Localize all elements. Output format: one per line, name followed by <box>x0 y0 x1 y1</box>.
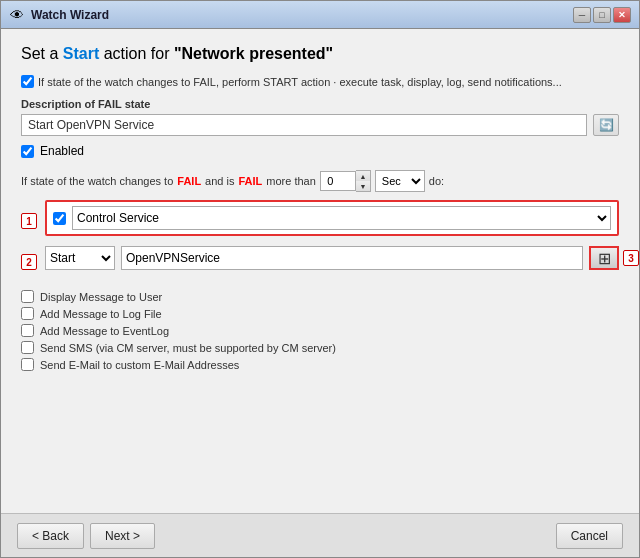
close-button[interactable]: ✕ <box>613 7 631 23</box>
footer-left-buttons: < Back Next > <box>17 523 155 549</box>
option-row-2: Add Message to EventLog <box>21 324 619 337</box>
fail-state-input[interactable] <box>21 114 587 136</box>
back-button[interactable]: < Back <box>17 523 84 549</box>
control-service-section: 1 Control Service Execute Task Display M… <box>21 200 619 242</box>
title-start: Start <box>63 45 99 62</box>
option-row-3: Send SMS (via CM server, must be support… <box>21 341 619 354</box>
next-button[interactable]: Next > <box>90 523 155 549</box>
page-title: Set a Start action for "Network presente… <box>21 45 619 63</box>
fail-condition-row: If state of the watch changes to FAIL an… <box>21 170 619 192</box>
title-bar: 👁 Watch Wizard ─ □ ✕ <box>1 1 639 29</box>
option-label-3: Send SMS (via CM server, must be support… <box>40 342 336 354</box>
main-content: Set a Start action for "Network presente… <box>1 29 639 513</box>
window-icon: 👁 <box>9 7 25 23</box>
step-2-badge: 2 <box>21 254 37 270</box>
minimize-button[interactable]: ─ <box>573 7 591 23</box>
number-spinner: ▲ ▼ <box>320 170 371 192</box>
option-row-0: Display Message to User <box>21 290 619 303</box>
option-label-2: Add Message to EventLog <box>40 325 169 337</box>
option-row-1: Add Message to Log File <box>21 307 619 320</box>
fail-word-2: FAIL <box>238 175 262 187</box>
step-1-badge: 1 <box>21 213 37 229</box>
browse-button[interactable]: ⊞ <box>589 246 619 270</box>
option-checkbox-3[interactable] <box>21 341 34 354</box>
fail-state-label: Description of FAIL state <box>21 98 619 110</box>
option-checkbox-0[interactable] <box>21 290 34 303</box>
service-action-section: 2 Start Stop Restart ⊞ 3 <box>21 246 619 278</box>
title-prefix: Set a <box>21 45 63 62</box>
control-service-checkbox[interactable] <box>53 212 66 225</box>
option-checkbox-1[interactable] <box>21 307 34 320</box>
cancel-button[interactable]: Cancel <box>556 523 623 549</box>
spin-buttons: ▲ ▼ <box>356 170 371 192</box>
option-label-0: Display Message to User <box>40 291 162 303</box>
service-name-input[interactable] <box>121 246 583 270</box>
title-suffix: action for <box>99 45 174 62</box>
unit-select[interactable]: Sec Min Hour <box>375 170 425 192</box>
spin-up-button[interactable]: ▲ <box>356 171 370 181</box>
maximize-button[interactable]: □ <box>593 7 611 23</box>
action-select[interactable]: Start Stop Restart <box>45 246 115 270</box>
fail-condition-prefix: If state of the watch changes to <box>21 175 173 187</box>
browse-btn-container: ⊞ 3 <box>589 246 619 270</box>
fail-state-row: 🔄 <box>21 114 619 136</box>
fail-more-than: more than <box>266 175 316 187</box>
option-label-1: Add Message to Log File <box>40 308 162 320</box>
option-label-4: Send E-Mail to custom E-Mail Addresses <box>40 359 239 371</box>
service-row: Start Stop Restart ⊞ 3 <box>45 246 619 270</box>
refresh-button[interactable]: 🔄 <box>593 114 619 136</box>
spin-down-button[interactable]: ▼ <box>356 181 370 191</box>
window-controls: ─ □ ✕ <box>573 7 631 23</box>
control-service-row: Control Service Execute Task Display Mes… <box>45 200 619 236</box>
fail-word-1: FAIL <box>177 175 201 187</box>
step-3-badge: 3 <box>623 250 639 266</box>
options-section: Display Message to User Add Message to L… <box>21 290 619 375</box>
enabled-label: Enabled <box>40 144 84 158</box>
fail-condition-middle: and is <box>205 175 234 187</box>
watch-wizard-window: 👁 Watch Wizard ─ □ ✕ Set a Start action … <box>0 0 640 558</box>
control-service-dropdown[interactable]: Control Service Execute Task Display Mes… <box>72 206 611 230</box>
info-row: If state of the watch changes to FAIL, p… <box>21 75 619 88</box>
option-row-4: Send E-Mail to custom E-Mail Addresses <box>21 358 619 371</box>
fail-suffix: do: <box>429 175 444 187</box>
refresh-icon: 🔄 <box>599 118 614 132</box>
footer: < Back Next > Cancel <box>1 513 639 557</box>
option-checkbox-2[interactable] <box>21 324 34 337</box>
option-checkbox-4[interactable] <box>21 358 34 371</box>
title-quoted: "Network presented" <box>174 45 333 62</box>
info-label: If state of the watch changes to FAIL, p… <box>38 76 562 88</box>
enabled-checkbox[interactable] <box>21 145 34 158</box>
info-checkbox[interactable] <box>21 75 34 88</box>
fail-count-input[interactable] <box>320 171 356 191</box>
enabled-row: Enabled <box>21 144 619 158</box>
window-title: Watch Wizard <box>31 8 573 22</box>
browse-icon: ⊞ <box>598 249 611 268</box>
